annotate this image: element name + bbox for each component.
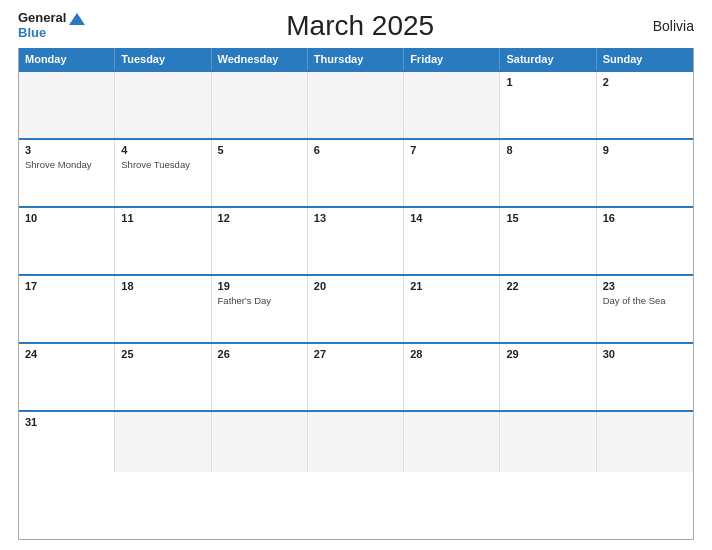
day-cell: 25 bbox=[115, 344, 211, 410]
day-header-friday: Friday bbox=[404, 48, 500, 70]
day-cell bbox=[212, 412, 308, 472]
day-header-sunday: Sunday bbox=[597, 48, 693, 70]
day-number: 9 bbox=[603, 144, 687, 156]
svg-marker-0 bbox=[69, 13, 85, 25]
day-cell: 26 bbox=[212, 344, 308, 410]
week-row-5: 24252627282930 bbox=[19, 342, 693, 410]
day-header-tuesday: Tuesday bbox=[115, 48, 211, 70]
day-cell: 9 bbox=[597, 140, 693, 206]
day-number: 26 bbox=[218, 348, 301, 360]
day-cell: 13 bbox=[308, 208, 404, 274]
week-row-2: 3Shrove Monday4Shrove Tuesday56789 bbox=[19, 138, 693, 206]
day-number: 5 bbox=[218, 144, 301, 156]
day-number: 11 bbox=[121, 212, 204, 224]
day-cell: 5 bbox=[212, 140, 308, 206]
day-cell: 16 bbox=[597, 208, 693, 274]
day-cell: 7 bbox=[404, 140, 500, 206]
day-cell: 4Shrove Tuesday bbox=[115, 140, 211, 206]
day-cell: 15 bbox=[500, 208, 596, 274]
day-cell: 22 bbox=[500, 276, 596, 342]
weeks-container: 123Shrove Monday4Shrove Tuesday567891011… bbox=[19, 70, 693, 472]
day-cell: 30 bbox=[597, 344, 693, 410]
day-header-thursday: Thursday bbox=[308, 48, 404, 70]
day-number: 10 bbox=[25, 212, 108, 224]
logo-general-text: General bbox=[18, 11, 66, 26]
day-number: 12 bbox=[218, 212, 301, 224]
day-number: 19 bbox=[218, 280, 301, 292]
day-number: 23 bbox=[603, 280, 687, 292]
day-cell bbox=[597, 412, 693, 472]
day-cell: 12 bbox=[212, 208, 308, 274]
day-number: 2 bbox=[603, 76, 687, 88]
header: General Blue March 2025 Bolivia bbox=[18, 10, 694, 42]
day-number: 27 bbox=[314, 348, 397, 360]
day-cell bbox=[19, 72, 115, 138]
calendar-page: General Blue March 2025 Bolivia MondayTu… bbox=[0, 0, 712, 550]
day-number: 4 bbox=[121, 144, 204, 156]
day-number: 28 bbox=[410, 348, 493, 360]
day-cell: 2 bbox=[597, 72, 693, 138]
day-cell: 23Day of the Sea bbox=[597, 276, 693, 342]
logo: General Blue bbox=[18, 11, 86, 41]
day-number: 14 bbox=[410, 212, 493, 224]
day-number: 25 bbox=[121, 348, 204, 360]
calendar-grid: MondayTuesdayWednesdayThursdayFridaySatu… bbox=[18, 48, 694, 540]
day-event: Father's Day bbox=[218, 295, 301, 307]
day-number: 18 bbox=[121, 280, 204, 292]
day-header-saturday: Saturday bbox=[500, 48, 596, 70]
day-number: 22 bbox=[506, 280, 589, 292]
day-number: 30 bbox=[603, 348, 687, 360]
day-header-monday: Monday bbox=[19, 48, 115, 70]
day-cell: 18 bbox=[115, 276, 211, 342]
day-number: 31 bbox=[25, 416, 108, 428]
day-cell: 17 bbox=[19, 276, 115, 342]
day-cell: 10 bbox=[19, 208, 115, 274]
day-cell: 28 bbox=[404, 344, 500, 410]
day-number: 7 bbox=[410, 144, 493, 156]
day-number: 3 bbox=[25, 144, 108, 156]
week-row-6: 31 bbox=[19, 410, 693, 472]
day-cell: 21 bbox=[404, 276, 500, 342]
week-row-4: 171819Father's Day20212223Day of the Sea bbox=[19, 274, 693, 342]
day-number: 8 bbox=[506, 144, 589, 156]
country-name: Bolivia bbox=[634, 18, 694, 34]
day-cell: 29 bbox=[500, 344, 596, 410]
logo-blue-text: Blue bbox=[18, 26, 86, 41]
day-number: 17 bbox=[25, 280, 108, 292]
day-cell bbox=[404, 412, 500, 472]
day-cell bbox=[308, 412, 404, 472]
day-headers-row: MondayTuesdayWednesdayThursdayFridaySatu… bbox=[19, 48, 693, 70]
day-cell bbox=[308, 72, 404, 138]
day-cell: 24 bbox=[19, 344, 115, 410]
day-number: 24 bbox=[25, 348, 108, 360]
day-number: 20 bbox=[314, 280, 397, 292]
day-cell: 8 bbox=[500, 140, 596, 206]
calendar-title: March 2025 bbox=[86, 10, 634, 42]
day-cell bbox=[115, 412, 211, 472]
day-number: 29 bbox=[506, 348, 589, 360]
day-cell: 14 bbox=[404, 208, 500, 274]
day-number: 16 bbox=[603, 212, 687, 224]
day-number: 15 bbox=[506, 212, 589, 224]
week-row-1: 12 bbox=[19, 70, 693, 138]
day-cell: 19Father's Day bbox=[212, 276, 308, 342]
day-event: Shrove Tuesday bbox=[121, 159, 204, 171]
day-cell: 31 bbox=[19, 412, 115, 472]
week-row-3: 10111213141516 bbox=[19, 206, 693, 274]
logo-flag-icon bbox=[68, 12, 86, 26]
day-cell bbox=[500, 412, 596, 472]
day-event: Day of the Sea bbox=[603, 295, 687, 307]
day-cell: 1 bbox=[500, 72, 596, 138]
day-number: 21 bbox=[410, 280, 493, 292]
day-cell bbox=[212, 72, 308, 138]
day-event: Shrove Monday bbox=[25, 159, 108, 171]
day-header-wednesday: Wednesday bbox=[212, 48, 308, 70]
day-cell: 3Shrove Monday bbox=[19, 140, 115, 206]
day-number: 6 bbox=[314, 144, 397, 156]
day-cell: 6 bbox=[308, 140, 404, 206]
day-number: 13 bbox=[314, 212, 397, 224]
day-number: 1 bbox=[506, 76, 589, 88]
day-cell: 11 bbox=[115, 208, 211, 274]
day-cell: 27 bbox=[308, 344, 404, 410]
day-cell: 20 bbox=[308, 276, 404, 342]
